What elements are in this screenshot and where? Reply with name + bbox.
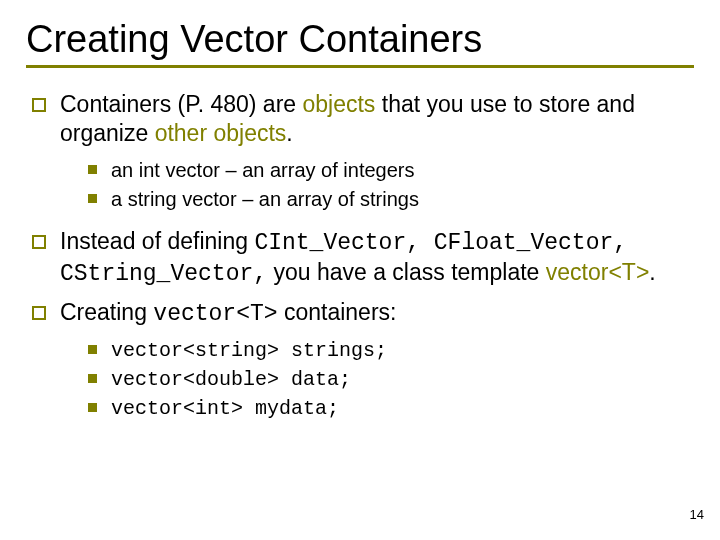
filled-square-icon xyxy=(88,194,97,203)
sub-bullet-item: vector<int> mydata; xyxy=(88,395,694,422)
filled-square-icon xyxy=(88,403,97,412)
sub-bullet-item: an int vector – an array of integers xyxy=(88,157,694,184)
sub-bullets: vector<string> strings; vector<double> d… xyxy=(88,337,694,422)
bullet-text: Containers (P. 480) are objects that you… xyxy=(60,90,694,149)
text-fragment: . xyxy=(649,259,655,285)
code-text: vector<int> mydata; xyxy=(111,395,339,422)
filled-square-icon xyxy=(88,345,97,354)
filled-square-icon xyxy=(88,165,97,174)
sub-bullets: an int vector – an array of integers a s… xyxy=(88,157,694,213)
text-fragment: you have a class template xyxy=(267,259,546,285)
filled-square-icon xyxy=(88,374,97,383)
code-text: vector<double> data; xyxy=(111,366,351,393)
sub-bullet-text: a string vector – an array of strings xyxy=(111,186,419,213)
bullet-text: Creating vector<T> containers: xyxy=(60,298,396,329)
sub-bullet-item: vector<double> data; xyxy=(88,366,694,393)
sub-bullet-text: an int vector – an array of integers xyxy=(111,157,415,184)
code-text: vector<string> strings; xyxy=(111,337,387,364)
slide-title: Creating Vector Containers xyxy=(26,18,694,61)
sub-bullet-item: vector<string> strings; xyxy=(88,337,694,364)
title-underline xyxy=(26,65,694,68)
sub-bullet-item: a string vector – an array of strings xyxy=(88,186,694,213)
highlight-text: other objects xyxy=(155,120,287,146)
outline-square-icon xyxy=(32,235,46,249)
text-fragment: . xyxy=(286,120,292,146)
highlight-text: vector<T> xyxy=(546,259,650,285)
bullet-item: Creating vector<T> containers: xyxy=(32,298,694,329)
text-fragment: Containers (P. 480) are xyxy=(60,91,303,117)
text-fragment: Creating xyxy=(60,299,153,325)
bullet-item: Containers (P. 480) are objects that you… xyxy=(32,90,694,149)
bullet-item: Instead of defining CInt_Vector, CFloat_… xyxy=(32,227,694,290)
slide: Creating Vector Containers Containers (P… xyxy=(0,0,720,422)
highlight-text: objects xyxy=(303,91,376,117)
slide-body: Containers (P. 480) are objects that you… xyxy=(26,90,694,422)
bullet-text: Instead of defining CInt_Vector, CFloat_… xyxy=(60,227,694,290)
code-text: vector<T> xyxy=(153,301,277,327)
page-number: 14 xyxy=(690,507,704,522)
text-fragment: Instead of defining xyxy=(60,228,254,254)
text-fragment: containers: xyxy=(278,299,397,325)
outline-square-icon xyxy=(32,306,46,320)
outline-square-icon xyxy=(32,98,46,112)
